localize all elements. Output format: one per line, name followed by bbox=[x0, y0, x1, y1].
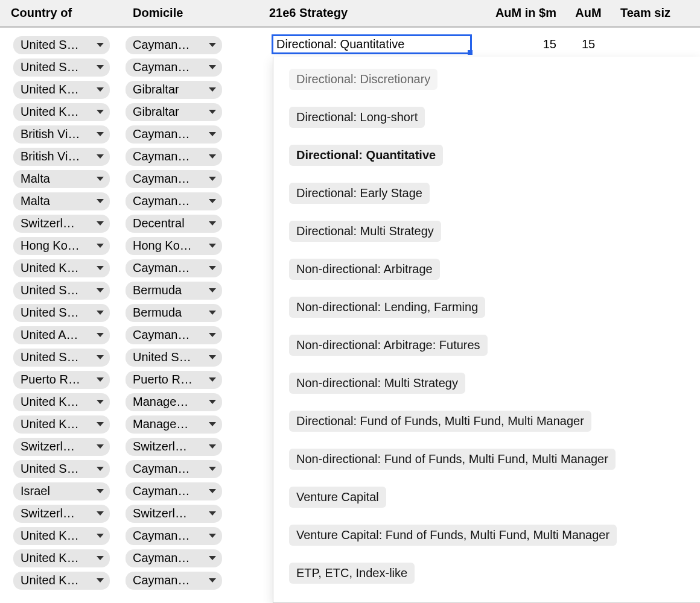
country-select[interactable]: United A… bbox=[13, 326, 110, 344]
strategy-option[interactable]: Non-directional: Fund of Funds, Multi Fu… bbox=[289, 449, 616, 470]
chevron-down-icon bbox=[97, 199, 104, 203]
domicile-select[interactable]: Cayman… bbox=[126, 192, 222, 210]
strategy-option[interactable]: Non-directional: Arbitrage bbox=[289, 259, 440, 280]
country-select[interactable]: United K… bbox=[13, 572, 110, 590]
header-team[interactable]: Team siz bbox=[616, 6, 700, 20]
country-select[interactable]: United S… bbox=[13, 304, 110, 322]
domicile-select-text: United S… bbox=[133, 350, 191, 364]
strategy-option[interactable]: Venture Capital: Fund of Funds, Multi Fu… bbox=[289, 525, 617, 546]
country-select-text: Israel bbox=[21, 484, 50, 498]
domicile-select[interactable]: Cayman… bbox=[126, 482, 222, 500]
chevron-down-icon bbox=[209, 110, 216, 114]
strategy-option[interactable]: Directional: Long-short bbox=[289, 107, 425, 128]
cell-aum-m[interactable]: 15 bbox=[467, 37, 561, 51]
domicile-select-text: Cayman… bbox=[133, 172, 189, 186]
header-country[interactable]: Country of bbox=[0, 6, 127, 20]
domicile-select[interactable]: Cayman… bbox=[126, 549, 222, 567]
chevron-down-icon bbox=[97, 110, 104, 114]
domicile-select[interactable]: Cayman… bbox=[126, 148, 222, 166]
domicile-select[interactable]: Switzerl… bbox=[126, 438, 222, 456]
domicile-select[interactable]: Switzerl… bbox=[126, 505, 222, 523]
domicile-select[interactable]: Cayman… bbox=[126, 36, 222, 54]
country-select[interactable]: Switzerl… bbox=[13, 505, 110, 523]
strategy-option[interactable]: Venture Capital bbox=[289, 487, 386, 508]
strategy-selected-cell[interactable]: Directional: Quantitative bbox=[272, 34, 472, 54]
chevron-down-icon bbox=[97, 400, 104, 404]
header-strategy[interactable]: 21e6 Strategy bbox=[267, 6, 467, 20]
domicile-select[interactable]: Manage… bbox=[126, 415, 222, 434]
country-select[interactable]: British Vi… bbox=[13, 148, 110, 166]
country-select[interactable]: Puerto R… bbox=[13, 371, 110, 389]
domicile-select-text: Manage… bbox=[133, 395, 188, 409]
domicile-select[interactable]: Hong Ko… bbox=[126, 237, 222, 255]
country-select[interactable]: United K… bbox=[13, 103, 110, 121]
domicile-select[interactable]: Gibraltar bbox=[126, 81, 222, 99]
chevron-down-icon bbox=[209, 266, 216, 270]
country-select-text: Malta bbox=[21, 194, 50, 208]
header-domicile[interactable]: Domicile bbox=[127, 6, 267, 20]
country-select[interactable]: Malta bbox=[13, 192, 110, 210]
strategy-option[interactable]: ETP, ETC, Index-like bbox=[289, 563, 415, 584]
country-select[interactable]: Israel bbox=[13, 482, 110, 500]
country-select[interactable]: United S… bbox=[13, 349, 110, 367]
domicile-select[interactable]: Cayman… bbox=[126, 125, 222, 144]
strategy-option[interactable]: Non-directional: Arbitrage: Futures bbox=[289, 335, 488, 356]
strategy-option[interactable]: Directional: Fund of Funds, Multi Fund, … bbox=[289, 411, 591, 432]
country-select-text: United K… bbox=[21, 261, 79, 275]
strategy-option[interactable]: Directional: Multi Strategy bbox=[289, 221, 441, 242]
domicile-select[interactable]: Cayman… bbox=[126, 326, 222, 344]
domicile-select[interactable]: Bermuda bbox=[126, 304, 222, 322]
domicile-select[interactable]: United S… bbox=[126, 349, 222, 367]
country-select[interactable]: Switzerl… bbox=[13, 215, 110, 233]
domicile-select[interactable]: Cayman… bbox=[126, 259, 222, 277]
strategy-option[interactable]: Directional: Discretionary bbox=[289, 69, 438, 90]
country-select[interactable]: British Vi… bbox=[13, 125, 110, 144]
domicile-select[interactable]: Bermuda bbox=[126, 282, 222, 300]
domicile-select[interactable]: Manage… bbox=[126, 393, 222, 411]
chevron-down-icon bbox=[97, 556, 104, 560]
country-select[interactable]: United K… bbox=[13, 549, 110, 567]
country-select-text: United S… bbox=[21, 38, 79, 52]
strategy-option[interactable]: Non-directional: Lending, Farming bbox=[289, 297, 485, 318]
country-select[interactable]: United K… bbox=[13, 415, 110, 434]
country-select[interactable]: Switzerl… bbox=[13, 438, 110, 456]
chevron-down-icon bbox=[97, 422, 104, 426]
domicile-select[interactable]: Gibraltar bbox=[126, 103, 222, 121]
domicile-select[interactable]: Cayman… bbox=[126, 527, 222, 545]
domicile-select[interactable]: Cayman… bbox=[126, 460, 222, 478]
domicile-select[interactable]: Puerto R… bbox=[126, 371, 222, 389]
country-select-text: United S… bbox=[21, 283, 79, 297]
strategy-option[interactable]: Directional: Early Stage bbox=[289, 183, 430, 204]
strategy-option[interactable]: Non-directional: Multi Strategy bbox=[289, 373, 465, 394]
country-select[interactable]: Hong Ko… bbox=[13, 237, 110, 255]
table-header: Country of Domicile 21e6 Strategy AuM in… bbox=[0, 0, 700, 28]
country-select[interactable]: United S… bbox=[13, 36, 110, 54]
domicile-select[interactable]: Decentral bbox=[126, 215, 222, 233]
country-select[interactable]: United S… bbox=[13, 58, 110, 77]
country-select[interactable]: United K… bbox=[13, 393, 110, 411]
chevron-down-icon bbox=[97, 333, 104, 337]
chevron-down-icon bbox=[209, 377, 216, 382]
country-select[interactable]: United K… bbox=[13, 259, 110, 277]
country-select[interactable]: United K… bbox=[13, 527, 110, 545]
domicile-select[interactable]: Cayman… bbox=[126, 170, 222, 188]
domicile-select[interactable]: Cayman… bbox=[126, 572, 222, 590]
header-aum-m[interactable]: AuM in $m bbox=[467, 6, 561, 20]
country-select[interactable]: Malta bbox=[13, 170, 110, 188]
cell-aum[interactable]: 15 bbox=[561, 37, 616, 51]
country-select[interactable]: United S… bbox=[13, 282, 110, 300]
chevron-down-icon bbox=[209, 444, 216, 449]
country-select-text: Switzerl… bbox=[21, 440, 75, 453]
country-select[interactable]: United K… bbox=[13, 81, 110, 99]
chevron-down-icon bbox=[97, 132, 104, 136]
chevron-down-icon bbox=[97, 578, 104, 582]
strategy-option[interactable]: Directional: Quantitative bbox=[289, 145, 443, 166]
chevron-down-icon bbox=[97, 87, 104, 92]
chevron-down-icon bbox=[209, 400, 216, 404]
header-aum[interactable]: AuM bbox=[561, 6, 616, 20]
domicile-select[interactable]: Cayman… bbox=[126, 58, 222, 77]
domicile-select-text: Cayman… bbox=[133, 38, 189, 52]
domicile-select-text: Decentral bbox=[133, 216, 185, 230]
country-select[interactable]: United S… bbox=[13, 460, 110, 478]
country-select-text: Puerto R… bbox=[21, 373, 80, 387]
